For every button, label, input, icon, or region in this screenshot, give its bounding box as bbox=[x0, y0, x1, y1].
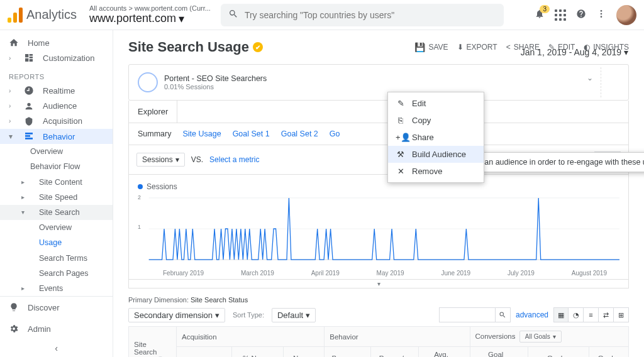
col-site-search-status[interactable]: Site Search Status ? bbox=[129, 327, 177, 358]
subtab-goal-2[interactable]: Goal Set 2 bbox=[281, 129, 318, 138]
sidebar: Home ›Customization REPORTS ›Realtime ›A… bbox=[0, 30, 113, 357]
col-new-sessions[interactable]: % New Sessions? bbox=[232, 347, 283, 358]
ctx-build-audience[interactable]: ⚒Build Audience bbox=[388, 146, 484, 163]
notifications-button[interactable]: 3 bbox=[535, 9, 545, 21]
sidebar-sub-ss-pages[interactable]: Search Pages bbox=[0, 266, 113, 281]
export-button[interactable]: ⬇EXPORT bbox=[457, 42, 497, 52]
subtab-go[interactable]: Go bbox=[330, 129, 340, 138]
col-duration[interactable]: Avg. Session Duration? bbox=[418, 347, 470, 358]
table-search[interactable] bbox=[439, 307, 511, 322]
advanced-link[interactable]: advanced bbox=[516, 310, 548, 319]
sidebar-sub-behavior-flow[interactable]: Behavior Flow bbox=[0, 159, 113, 174]
sidebar-collapse-button[interactable]: ‹ bbox=[0, 339, 113, 357]
segment-context-menu: ✎Edit ⎘Copy +👤Share ⚒Build Audience ✕Rem… bbox=[387, 92, 484, 183]
sort-type-selector[interactable]: Default ▾ bbox=[272, 308, 316, 322]
product-logo[interactable]: Analytics bbox=[8, 8, 77, 23]
svg-point-0 bbox=[601, 10, 602, 12]
goal-selector[interactable]: All Goals ▾ bbox=[519, 331, 562, 343]
sidebar-sub-ss-terms[interactable]: Search Terms bbox=[0, 250, 113, 265]
chevron-right-icon: › bbox=[9, 118, 15, 124]
svg-text:1: 1 bbox=[138, 224, 141, 231]
secondary-dimension-selector[interactable]: Secondary dimension ▾ bbox=[128, 308, 225, 322]
sidebar-item-discover[interactable]: Discover bbox=[0, 297, 113, 318]
add-person-icon: +👤 bbox=[396, 133, 406, 142]
sidebar-item-realtime[interactable]: ›Realtime bbox=[0, 83, 113, 98]
col-sessions[interactable]: Sessions?↓ bbox=[177, 347, 232, 358]
chevron-down-icon: ▾ bbox=[624, 47, 628, 57]
col-gv[interactable]: Goal Value? bbox=[589, 347, 629, 358]
table-search-input[interactable] bbox=[439, 307, 496, 322]
segment-card[interactable]: Portent - SEO Site Searchers 0.01% Sessi… bbox=[129, 67, 280, 97]
sidebar-sub-site-content[interactable]: ▸Site Content bbox=[0, 175, 113, 190]
sidebar-item-audience[interactable]: ›Audience bbox=[0, 99, 113, 114]
metric-selector[interactable]: Sessions▾ bbox=[136, 153, 185, 167]
col-new-users[interactable]: New Users? bbox=[283, 347, 325, 358]
subtab-summary[interactable]: Summary bbox=[138, 129, 171, 138]
subtab-site-usage[interactable]: Site Usage bbox=[182, 129, 221, 138]
save-button[interactable]: 💾SAVE bbox=[414, 42, 448, 52]
sidebar-item-home[interactable]: Home bbox=[0, 35, 113, 50]
chevron-down-icon: ▾ bbox=[179, 12, 184, 26]
gear-icon bbox=[9, 324, 19, 334]
view-pie-icon[interactable]: ◔ bbox=[569, 307, 584, 322]
segment-name: Portent - SEO Site Searchers bbox=[164, 74, 267, 83]
apps-launcher-icon[interactable] bbox=[555, 9, 566, 21]
sidebar-sub-ss-usage[interactable]: Usage bbox=[0, 235, 113, 250]
search-input[interactable] bbox=[245, 10, 496, 20]
more-vert-icon[interactable] bbox=[596, 9, 606, 21]
sidebar-item-behavior[interactable]: ▾Behavior bbox=[0, 129, 113, 144]
data-table: Site Search Status ? Acquisition Behavio… bbox=[128, 326, 629, 357]
ctx-edit[interactable]: ✎Edit bbox=[388, 95, 484, 112]
date-range-picker[interactable]: Jan 1, 2019 - Aug 4, 2019▾ bbox=[521, 47, 628, 57]
col-gcr[interactable]: Goal Conversion Rate? bbox=[470, 347, 528, 358]
home-icon bbox=[9, 38, 19, 48]
sidebar-item-admin[interactable]: Admin bbox=[0, 318, 113, 339]
view-pivot-icon[interactable]: ⊞ bbox=[614, 307, 629, 322]
account-switcher[interactable]: All accounts > www.portent.com (Curr... … bbox=[89, 4, 211, 26]
sidebar-sub-behavior-overview[interactable]: Overview bbox=[0, 144, 113, 159]
help-icon[interactable] bbox=[576, 9, 586, 21]
col-gc[interactable]: Goal Completions? bbox=[528, 347, 589, 358]
view-bar-icon[interactable]: ≡ bbox=[584, 307, 599, 322]
chevron-right-icon: › bbox=[9, 87, 15, 94]
search-icon[interactable] bbox=[496, 307, 511, 322]
ctx-copy[interactable]: ⎘Copy bbox=[388, 112, 484, 129]
view-compare-icon[interactable]: ⇄ bbox=[599, 307, 614, 322]
svg-point-1 bbox=[601, 13, 602, 15]
select-metric-link[interactable]: Select a metric bbox=[209, 155, 259, 164]
pencil-icon: ✎ bbox=[396, 99, 406, 108]
customize-icon bbox=[24, 53, 34, 63]
global-search[interactable] bbox=[221, 4, 504, 26]
col-pages[interactable]: Pages / Session? bbox=[371, 347, 418, 358]
col-group-acquisition: Acquisition bbox=[177, 327, 325, 347]
analytics-logo-icon bbox=[8, 8, 23, 23]
verified-icon: ✔ bbox=[253, 42, 263, 52]
chevron-down-icon: ▾ bbox=[215, 310, 219, 320]
ctx-remove[interactable]: ✕Remove bbox=[388, 163, 484, 180]
segment-dropdown-icon[interactable]: ⌄ bbox=[587, 74, 601, 82]
chevron-right-icon: ▸ bbox=[21, 194, 28, 200]
close-icon: ✕ bbox=[396, 167, 406, 176]
ctx-share[interactable]: +👤Share bbox=[388, 129, 484, 146]
copy-icon: ⎘ bbox=[396, 116, 406, 125]
legend-label: Sessions bbox=[147, 182, 177, 191]
vs-label: VS. bbox=[191, 155, 203, 164]
subtab-goal-1[interactable]: Goal Set 1 bbox=[233, 129, 270, 138]
sidebar-item-acquisition[interactable]: ›Acquisition bbox=[0, 114, 113, 129]
sidebar-sub-events[interactable]: ▸Events bbox=[0, 281, 113, 296]
chevron-right-icon: ▸ bbox=[21, 178, 28, 185]
add-segment-button[interactable] bbox=[601, 67, 628, 97]
tab-explorer[interactable]: Explorer bbox=[129, 101, 177, 123]
sidebar-sub-site-search[interactable]: ▾Site Search bbox=[0, 205, 113, 220]
view-table-icon[interactable]: ▦ bbox=[553, 307, 569, 322]
segment-detail: 0.01% Sessions bbox=[164, 83, 267, 91]
chevron-down-icon: ▾ bbox=[21, 209, 28, 216]
sidebar-sub-site-speed[interactable]: ▸Site Speed bbox=[0, 190, 113, 205]
chart-expand-handle[interactable]: ▾ bbox=[128, 280, 629, 288]
page-title: Site Search Usage bbox=[128, 39, 249, 55]
share-icon: < bbox=[506, 43, 511, 52]
sidebar-sub-ss-overview[interactable]: Overview bbox=[0, 220, 113, 235]
col-bounce[interactable]: Bounce Rate? bbox=[325, 347, 371, 358]
user-avatar[interactable] bbox=[616, 5, 636, 25]
sidebar-item-customization[interactable]: ›Customization bbox=[0, 50, 113, 65]
